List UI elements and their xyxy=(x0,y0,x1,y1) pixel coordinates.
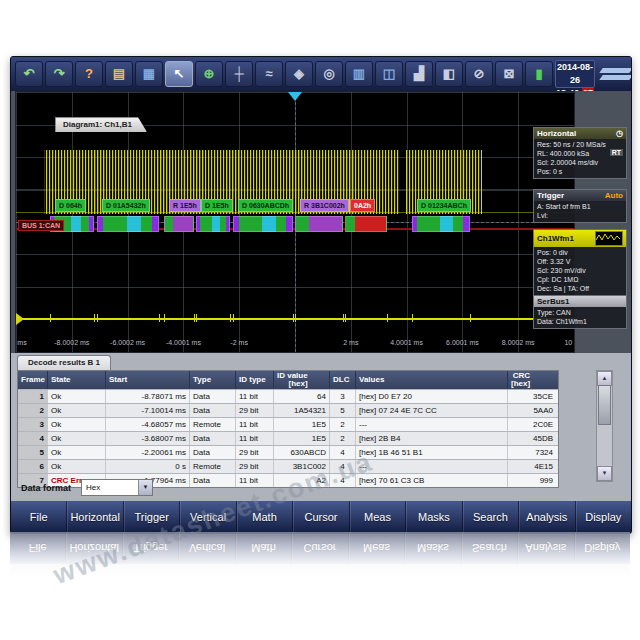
time-label: 6.0001 ms xyxy=(446,339,479,346)
menu-item-masks[interactable]: Masks xyxy=(405,501,461,533)
table-cell: 45DB xyxy=(508,432,556,445)
column-header[interactable]: ID type xyxy=(236,371,274,389)
select-pointer-icon[interactable]: ↖ xyxy=(165,61,193,87)
table-cell: 0 s xyxy=(106,460,190,473)
trigger-panel[interactable]: TriggerAuto A: Start of frm B1Lvl: xyxy=(533,189,627,223)
search-icon[interactable]: ◎ xyxy=(315,61,343,87)
clear-icon[interactable]: ⊘ xyxy=(465,61,493,87)
column-header[interactable]: ID value [hex] xyxy=(274,371,330,389)
decode-results-tab[interactable]: Decode results B 1 xyxy=(17,355,111,370)
can-frame-block[interactable] xyxy=(412,216,470,232)
table-cell: 11 bit xyxy=(236,418,274,431)
table-cell: 7324 xyxy=(508,446,556,459)
can-frame-block[interactable] xyxy=(295,216,343,232)
table-header-row: FrameStateStartTypeID typeID value [hex]… xyxy=(18,371,558,389)
decode-table-row[interactable]: 2Ok-7.10014 msData29 bit1A543215[hex] 07… xyxy=(18,403,558,417)
menu-item-search[interactable]: Search xyxy=(462,501,518,533)
column-header[interactable]: Values xyxy=(356,371,508,389)
undo-icon[interactable]: ↶ xyxy=(15,61,43,87)
table-cell: 1A54321 xyxy=(274,404,330,417)
table-cell: Ok xyxy=(48,390,106,403)
data-format-select[interactable]: Hex ▼ xyxy=(81,479,153,496)
can-frame-block[interactable] xyxy=(164,216,194,232)
histogram-icon[interactable]: ▟ xyxy=(405,61,433,87)
decode-table-row[interactable]: 5Ok-2.20061 msData29 bit630ABCD4[hex] 1B… xyxy=(18,445,558,459)
scrollbar-thumb[interactable] xyxy=(598,385,611,425)
can-frame-label[interactable]: R 3B1C002h xyxy=(300,199,349,212)
table-cell: 999 xyxy=(508,474,556,487)
channel1-panel[interactable]: Ch1Wfm1 Pos: 0 divOff: 3.32 VScl: 230 mV… xyxy=(533,229,627,296)
menu-item-trigger[interactable]: Trigger xyxy=(123,501,179,533)
table-cell: 3B1C002 xyxy=(274,460,330,473)
zoom-icon[interactable]: ⊕ xyxy=(195,61,223,87)
menu-item-math[interactable]: Math xyxy=(236,501,292,533)
spectrogram-icon[interactable]: ◫ xyxy=(375,61,403,87)
can-frame-label[interactable]: D 01A5432h xyxy=(102,199,150,212)
scroll-down-icon[interactable]: ▼ xyxy=(597,466,612,481)
decode-table-row[interactable]: 3Ok-4.68057 msRemote11 bit1E52---2C0E xyxy=(18,417,558,431)
channel1-waveform-thumbnail xyxy=(595,231,623,246)
column-header[interactable]: CRC [hex] xyxy=(508,371,556,389)
bus-label[interactable]: BUS 1:CAN xyxy=(18,220,64,231)
report-icon[interactable]: ▦ xyxy=(135,61,163,87)
menu-item-cursor[interactable]: Cursor xyxy=(292,501,348,533)
can-frame-label[interactable]: D 064h xyxy=(55,199,86,212)
cursor-icon[interactable]: ┼ xyxy=(225,61,253,87)
demo-icon[interactable]: ▮ xyxy=(525,61,553,87)
table-cell: 11 bit xyxy=(236,390,274,403)
scroll-up-icon[interactable]: ▲ xyxy=(597,371,612,386)
serbus-panel[interactable]: SerBus1 Type: CANData: Ch1Wfm1 xyxy=(533,295,627,329)
decode-table-row[interactable]: 6Ok0 sRemote29 bit3B1C0024---4E15 xyxy=(18,459,558,473)
open-file-icon[interactable]: ▤ xyxy=(105,61,133,87)
trigger-position-marker[interactable] xyxy=(288,92,302,101)
table-cell: 1E5 xyxy=(274,418,330,431)
column-header[interactable]: DLC xyxy=(330,371,356,389)
diagram-tab[interactable]: Diagram1: Ch1,B1 xyxy=(55,117,147,132)
can-frame-label[interactable]: 0A2h xyxy=(350,199,375,212)
mask-test-icon[interactable]: ◈ xyxy=(285,61,313,87)
can-frame-label[interactable]: D 01234ABCh xyxy=(417,199,471,212)
data-format-value: Hex xyxy=(82,483,138,492)
decode-table-row[interactable]: 4Ok-3.68007 msData11 bit1E52[hex] 2B B44… xyxy=(18,431,558,445)
can-frame-label[interactable]: D 1E5h xyxy=(201,199,233,212)
menu-item-display[interactable]: Display xyxy=(575,501,631,533)
oscilloscope-screen: ↶↷?▤▦↖⊕┼≈◈◎▥◫▟◧⊘⊠▮ 2014-08-26 18:46:27 xyxy=(10,56,632,534)
panel-line: A: Start of frm B1 xyxy=(537,202,623,211)
table-cell: 35CE xyxy=(508,390,556,403)
horizontal-panel[interactable]: Horizontal◷ RT Res: 50 ns / 20 MSa/sRL: … xyxy=(533,127,627,179)
layout-icon[interactable]: ◧ xyxy=(435,61,463,87)
table-cell: Remote xyxy=(190,418,236,431)
menu-item-file[interactable]: File xyxy=(11,501,66,533)
table-scrollbar[interactable]: ▲ ▼ xyxy=(596,370,613,482)
can-frame-block[interactable] xyxy=(97,216,159,232)
product-photo: ↶↷?▤▦↖⊕┼≈◈◎▥◫▟◧⊘⊠▮ 2014-08-26 18:46:27 xyxy=(0,0,640,640)
menu-item-vertical[interactable]: Vertical xyxy=(179,501,235,533)
horizontal-panel-title: Horizontal xyxy=(537,129,576,138)
measure-icon[interactable]: ≈ xyxy=(255,61,283,87)
column-header[interactable]: State xyxy=(48,371,106,389)
can-frame-block[interactable] xyxy=(233,216,293,232)
redo-icon[interactable]: ↷ xyxy=(45,61,73,87)
decode-table-row[interactable]: 1Ok-8.78071 msData11 bit643[hex] D0 E7 2… xyxy=(18,389,558,403)
table-cell: Data xyxy=(190,390,236,403)
menu-item-analysis[interactable]: Analysis xyxy=(518,501,574,533)
menu-item-meas[interactable]: Meas xyxy=(349,501,405,533)
panel-line: Pos: 0 div xyxy=(537,248,623,257)
decode-results-area: Decode results B 1 FrameStateStartTypeID… xyxy=(11,353,631,501)
channel1-offset-marker[interactable] xyxy=(16,313,24,325)
can-frame-block[interactable] xyxy=(345,216,387,232)
help-icon[interactable]: ? xyxy=(75,61,103,87)
delete-icon[interactable]: ⊠ xyxy=(495,61,523,87)
toolbar-icons: ↶↷?▤▦↖⊕┼≈◈◎▥◫▟◧⊘⊠▮ xyxy=(15,61,553,87)
time-label: -8.0002 ms xyxy=(54,339,89,346)
can-frame-label[interactable]: D 0630ABCDh xyxy=(238,199,293,212)
menu-item-horizontal[interactable]: Horizontal xyxy=(66,501,122,533)
column-header[interactable]: Type xyxy=(190,371,236,389)
table-cell: 6 xyxy=(18,460,48,473)
column-header[interactable]: Start xyxy=(106,371,190,389)
can-frame-block[interactable] xyxy=(196,216,230,232)
fft-icon[interactable]: ▥ xyxy=(345,61,373,87)
can-frame-label[interactable]: R 1E5h xyxy=(169,199,201,212)
table-cell: Ok xyxy=(48,432,106,445)
column-header[interactable]: Frame xyxy=(18,371,48,389)
